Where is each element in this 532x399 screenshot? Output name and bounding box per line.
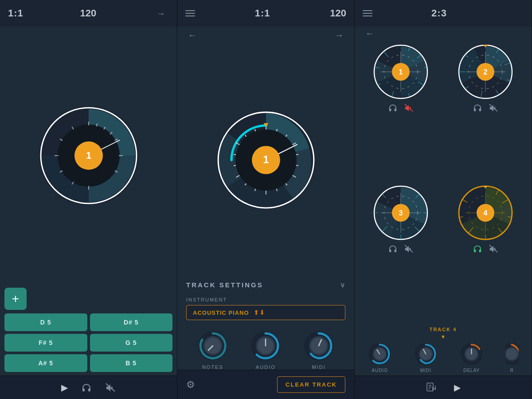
keys-grid: D 5 D# 5 F# 5 G 5 A# 5 B 5 bbox=[4, 313, 172, 372]
audio-knob[interactable] bbox=[250, 330, 282, 362]
track4-label-area: TRACK 4 ▼ bbox=[355, 325, 532, 340]
track-settings-title: TRACK SETTINGS bbox=[186, 281, 263, 289]
chevron-down-icon[interactable]: ∨ bbox=[340, 281, 345, 289]
midi-knob-label: MIDI bbox=[312, 364, 326, 370]
track4-label: TRACK 4 bbox=[355, 325, 532, 334]
track-circle-4[interactable]: 4 bbox=[457, 184, 514, 242]
panel-3: 2:3 ← bbox=[355, 0, 532, 399]
key-as5[interactable]: A# 5 bbox=[4, 354, 87, 372]
midi-knob[interactable] bbox=[303, 330, 335, 362]
panel1-play-button[interactable]: ▶ bbox=[61, 382, 68, 393]
panel2-nav-right[interactable]: → bbox=[331, 28, 347, 42]
audio-knob-label: AUDIO bbox=[256, 364, 276, 370]
panel-1: 1:1 120 → bbox=[0, 0, 177, 399]
svg-text:1: 1 bbox=[263, 154, 269, 165]
panel1-circle-area: 1 bbox=[0, 27, 177, 284]
panel1-position: 1:1 bbox=[8, 8, 23, 19]
panel3-delay-knob-container: DELAY bbox=[459, 342, 484, 373]
track3-headphone-icon[interactable] bbox=[388, 245, 398, 255]
panel2-position: 1:1 bbox=[255, 8, 270, 19]
instrument-label: INSTRUMENT bbox=[186, 297, 345, 302]
track-circle-1[interactable]: 1 bbox=[372, 43, 430, 101]
panel3-knobs-row: AUDIO MIDI bbox=[355, 340, 532, 376]
track1-icons bbox=[388, 103, 414, 114]
panel2-hamburger[interactable] bbox=[185, 10, 195, 16]
svg-text:3: 3 bbox=[399, 209, 403, 217]
track-settings-header: TRACK SETTINGS ∨ bbox=[177, 276, 354, 293]
track2-icons bbox=[473, 103, 498, 114]
track1-headphone-icon[interactable] bbox=[388, 104, 398, 114]
key-g5[interactable]: G 5 bbox=[90, 334, 173, 352]
key-fs5[interactable]: F# 5 bbox=[4, 334, 87, 352]
knobs-row: NOTES AUDIO bbox=[177, 325, 354, 370]
svg-line-27 bbox=[296, 154, 298, 155]
svg-text:1: 1 bbox=[86, 150, 91, 161]
panel1-header: 1:1 120 → bbox=[0, 0, 177, 27]
panel3-delay-knob-label: DELAY bbox=[463, 368, 480, 373]
panel3-audio-knob-label: AUDIO bbox=[372, 368, 388, 373]
clear-track-button[interactable]: CLEAR TRACK bbox=[277, 376, 345, 393]
panel3-position: 2:3 bbox=[431, 8, 447, 19]
panel3-score-button[interactable] bbox=[426, 382, 436, 393]
track2-headphone-icon[interactable] bbox=[473, 104, 482, 114]
panel1-nav-right[interactable]: → bbox=[153, 7, 169, 20]
track4-arrow-icon: ▼ bbox=[355, 334, 532, 340]
midi-knob-container: MIDI bbox=[303, 330, 335, 370]
panel3-nav-left[interactable]: ← bbox=[362, 27, 378, 40]
panel3-delay-knob[interactable] bbox=[459, 342, 484, 366]
track-circle-3[interactable]: 3 bbox=[372, 184, 430, 242]
gear-button[interactable]: ⚙ bbox=[186, 379, 195, 391]
key-ds5[interactable]: D# 5 bbox=[90, 313, 173, 331]
key-d5[interactable]: D 5 bbox=[4, 313, 87, 331]
audio-knob-container: AUDIO bbox=[250, 330, 282, 370]
track-cell-1: 1 bbox=[361, 43, 441, 180]
panel2-circle-area: 1 bbox=[177, 44, 354, 276]
instrument-section: INSTRUMENT ACOUSTIC PIANO ⬆⬇ bbox=[177, 293, 354, 325]
key-b5[interactable]: B 5 bbox=[90, 354, 173, 372]
track-cell-2: 2 bbox=[446, 43, 526, 180]
panel3-audio-knob-container: AUDIO bbox=[368, 342, 392, 373]
instrument-arrows-icon: ⬆⬇ bbox=[254, 309, 265, 316]
panel1-mute-button[interactable] bbox=[105, 383, 116, 392]
panel3-midi-knob[interactable] bbox=[414, 342, 438, 366]
notes-knob[interactable] bbox=[197, 330, 229, 362]
panel3-bottom-bar: ▶ bbox=[355, 376, 532, 399]
track-circle-2[interactable]: 2 bbox=[457, 43, 514, 101]
add-button[interactable]: + bbox=[4, 288, 27, 310]
panel3-r-knob[interactable] bbox=[505, 342, 519, 366]
panel2-circular-display[interactable]: 1 bbox=[215, 109, 317, 211]
svg-point-137 bbox=[506, 348, 518, 360]
notes-knob-container: NOTES bbox=[197, 330, 229, 370]
panel2-bpm: 120 bbox=[330, 8, 346, 19]
notes-knob-label: NOTES bbox=[202, 364, 223, 370]
panel2-bottom-bar: ⚙ CLEAR TRACK bbox=[177, 370, 354, 399]
panel1-circular-display[interactable]: 1 bbox=[38, 105, 140, 207]
track1-mute-icon[interactable] bbox=[404, 103, 414, 114]
panel2-header: 1:1 120 bbox=[177, 0, 354, 27]
panel3-midi-knob-label: MIDI bbox=[420, 368, 431, 373]
track-cell-3: 3 bbox=[361, 184, 441, 321]
track4-icons bbox=[473, 244, 498, 255]
track2-mute-icon[interactable] bbox=[489, 103, 498, 114]
panel3-audio-knob[interactable] bbox=[368, 342, 392, 366]
track4-mute-icon[interactable] bbox=[489, 244, 498, 255]
track4-headphone-icon[interactable] bbox=[473, 245, 482, 255]
track3-mute-icon[interactable] bbox=[404, 244, 414, 255]
panel1-headphone-button[interactable] bbox=[81, 383, 92, 392]
instrument-select[interactable]: ACOUSTIC PIANO ⬆⬇ bbox=[186, 305, 345, 320]
panel3-header: 2:3 bbox=[355, 0, 532, 27]
track-cell-4: 4 bbox=[446, 184, 526, 321]
panel3-play-button[interactable]: ▶ bbox=[454, 382, 461, 393]
panel3-r-knob-label: R bbox=[510, 368, 514, 373]
svg-text:1: 1 bbox=[399, 68, 403, 76]
keys-section: + D 5 D# 5 F# 5 G 5 A# 5 B 5 bbox=[0, 284, 177, 376]
instrument-value: ACOUSTIC PIANO bbox=[193, 309, 249, 316]
panel2-nav-left[interactable]: ← bbox=[184, 28, 200, 42]
track3-icons bbox=[388, 244, 414, 255]
svg-line-37 bbox=[233, 154, 235, 155]
panel3-midi-knob-container: MIDI bbox=[414, 342, 438, 373]
panel1-bottom-bar: ▶ bbox=[0, 376, 177, 399]
svg-line-36 bbox=[233, 165, 235, 166]
svg-line-28 bbox=[296, 165, 298, 166]
panel3-hamburger[interactable] bbox=[363, 10, 372, 16]
